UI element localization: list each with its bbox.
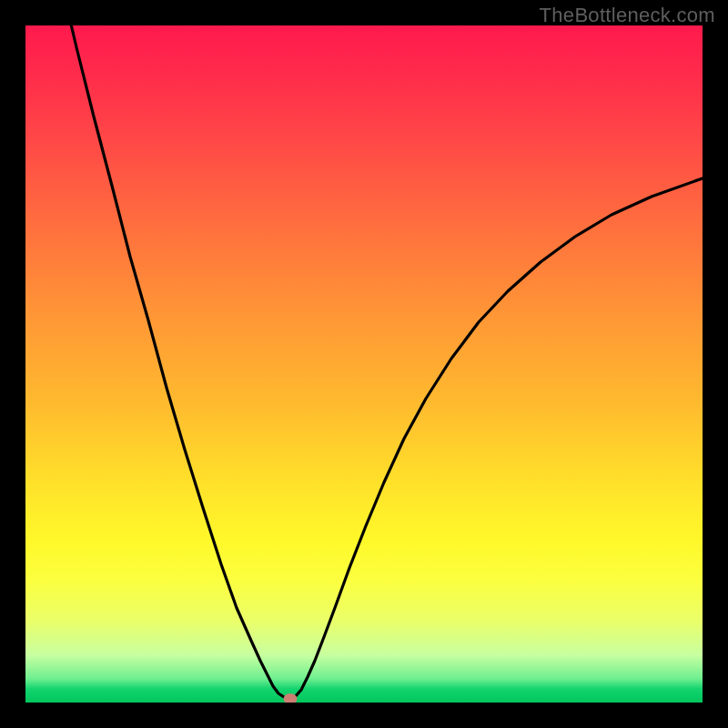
plot-area bbox=[25, 25, 703, 703]
bottleneck-curve bbox=[25, 25, 703, 703]
chart-frame: TheBottleneck.com bbox=[0, 0, 728, 728]
curve-path bbox=[69, 25, 703, 699]
optimum-marker bbox=[284, 693, 298, 703]
watermark-text: TheBottleneck.com bbox=[540, 4, 715, 27]
